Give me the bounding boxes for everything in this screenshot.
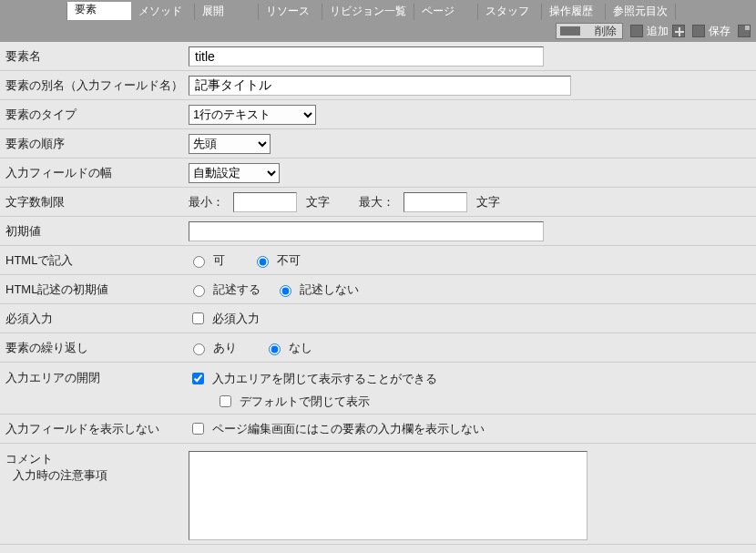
min-input[interactable] [233, 192, 297, 212]
label-width: 入力フィールドの幅 [0, 165, 187, 181]
label-charlimit: 文字数制限 [0, 194, 187, 210]
label-collapse: 入力エリアの開閉 [0, 370, 187, 386]
minus-icon [630, 25, 643, 37]
tab-element[interactable]: 要素 [67, 2, 131, 20]
repeat-no-label: なし [289, 340, 312, 356]
tab-revision[interactable]: リビジョン一覧 [322, 4, 414, 20]
save-lead-icon [692, 25, 705, 37]
htmlinit-write-radio[interactable] [193, 285, 205, 297]
delete-button[interactable]: 削除 [556, 23, 623, 39]
max-input[interactable] [404, 192, 467, 212]
hidefield-checkbox[interactable] [192, 423, 204, 435]
add-label: 追加 [647, 24, 669, 39]
label-required: 必須入力 [0, 311, 187, 327]
label-alias: 要素の別名（入力フィールド名） [0, 77, 187, 94]
alias-input[interactable] [189, 76, 571, 96]
collapse-can-label: 入力エリアを閉じて表示することができる [212, 371, 437, 387]
delete-label: 削除 [595, 24, 617, 39]
tab-blank[interactable] [4, 4, 67, 20]
max-unit: 文字 [476, 194, 500, 210]
plus-icon [672, 25, 685, 37]
tab-staff[interactable]: スタッフ [478, 4, 542, 20]
page-icon[interactable] [738, 25, 751, 37]
save-button[interactable]: 保存 [692, 24, 730, 39]
label-html: HTMLで記入 [0, 252, 187, 269]
required-cb-label: 必須入力 [212, 311, 260, 327]
tab-strip: 要素 メソッド 展開 リソース リビジョン一覧 ページ スタッフ 操作履歴 参照… [0, 0, 756, 20]
comment-textarea[interactable] [189, 451, 587, 540]
collapse-default-checkbox[interactable] [220, 395, 231, 407]
add-button[interactable]: 追加 [630, 24, 685, 39]
label-type: 要素のタイプ [0, 107, 187, 123]
html-yes-label: 可 [213, 252, 225, 269]
collapse-can-checkbox[interactable] [192, 373, 204, 384]
hidefield-cb-label: ページ編集画面にはこの要素の入力欄を表示しない [212, 421, 485, 437]
html-no-label: 不可 [277, 252, 301, 269]
form: 要素名 要素の別名（入力フィールド名） 要素のタイプ 1行のテキスト 要素の順序… [0, 42, 756, 545]
label-comment-sub: 入力時の注意事項 [5, 467, 187, 484]
collapse-default-label: デフォルトで閉じて表示 [240, 394, 370, 410]
label-comment: コメント 入力時の注意事項 [0, 451, 187, 484]
label-hidefield: 入力フィールドを表示しない [0, 421, 187, 437]
tab-resource[interactable]: リソース [259, 4, 322, 20]
min-label: 最小： [189, 194, 224, 210]
initval-input[interactable] [189, 221, 544, 241]
name-input[interactable] [189, 46, 544, 67]
tab-method[interactable]: メソッド [131, 4, 195, 20]
repeat-yes-radio[interactable] [193, 343, 205, 355]
width-select[interactable]: 自動設定 [189, 163, 280, 183]
tab-expand[interactable]: 展開 [195, 4, 259, 20]
html-no-radio[interactable] [257, 256, 269, 268]
repeat-no-radio[interactable] [269, 343, 281, 355]
label-initval: 初期値 [0, 223, 187, 240]
htmlinit-write-label: 記述する [213, 282, 261, 298]
save-label: 保存 [709, 24, 730, 39]
label-order: 要素の順序 [0, 136, 187, 152]
type-select[interactable]: 1行のテキスト [189, 105, 316, 125]
toolbar: 削除 追加 保存 [0, 20, 756, 42]
htmlinit-nowrite-radio[interactable] [280, 285, 291, 297]
repeat-yes-label: あり [213, 340, 237, 356]
delete-icon [560, 26, 580, 36]
label-repeat: 要素の繰り返し [0, 340, 187, 356]
label-name: 要素名 [0, 48, 187, 65]
label-htmlinit: HTML記述の初期値 [0, 282, 187, 298]
order-select[interactable]: 先頭 [189, 134, 271, 154]
required-checkbox[interactable] [192, 312, 204, 324]
htmlinit-nowrite-label: 記述しない [300, 282, 359, 298]
tab-reference[interactable]: 参照元目次 [606, 4, 676, 20]
max-label: 最大： [359, 194, 394, 210]
min-unit: 文字 [306, 194, 330, 210]
tab-page[interactable]: ページ [414, 4, 478, 20]
html-yes-radio[interactable] [193, 256, 205, 268]
tab-history[interactable]: 操作履歴 [542, 4, 606, 20]
